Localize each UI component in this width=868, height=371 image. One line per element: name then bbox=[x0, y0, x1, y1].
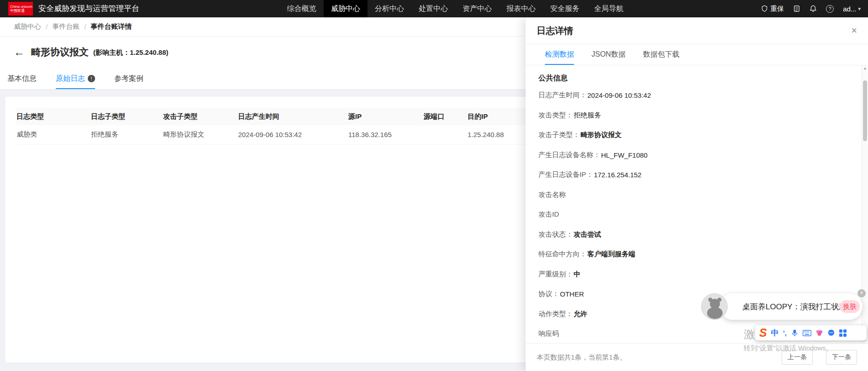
scrollbar-thumb[interactable] bbox=[863, 80, 867, 141]
bell-icon[interactable] bbox=[809, 5, 817, 12]
field-device-name: 产生日志设备名称：HL_FW_F1080 bbox=[538, 145, 862, 165]
back-arrow-icon[interactable]: ← bbox=[14, 47, 25, 58]
nav-item-threat-center[interactable]: 威胁中心 bbox=[324, 0, 367, 17]
breadcrumb-separator: / bbox=[84, 23, 86, 31]
app-title: 安全威胁发现与运营管理平台 bbox=[38, 0, 139, 17]
brand-cn: 中国联通 bbox=[10, 9, 33, 13]
drawer-title: 日志详情 bbox=[537, 25, 573, 37]
col-log-subtype: 日志子类型 bbox=[91, 108, 163, 125]
alert-badge: ! bbox=[88, 75, 95, 82]
nav-item-disposal-center[interactable]: 处置中心 bbox=[411, 0, 455, 17]
field-log-time: 日志产生时间：2024-09-06 10:53:42 bbox=[538, 85, 862, 106]
punctuation-icon[interactable]: ’, bbox=[783, 329, 787, 337]
cell-log-time: 2024-09-06 10:53:42 bbox=[238, 125, 348, 144]
chevron-down-icon: ▾ bbox=[858, 6, 861, 12]
breadcrumb-separator: / bbox=[46, 23, 48, 31]
field-attack-status: 攻击状态：攻击尝试 bbox=[538, 225, 862, 245]
drawer-tabs: 检测数据 JSON数据 数据包下载 bbox=[526, 44, 868, 65]
tab-basic-info[interactable]: 基本信息 bbox=[7, 69, 37, 89]
guard-label: 重保 bbox=[770, 5, 784, 13]
cell-attack-subtype: 畸形协议报文 bbox=[163, 125, 238, 144]
tab-reference-case[interactable]: 参考案例 bbox=[114, 69, 144, 89]
primary-nav: 综合概览 威胁中心 分析中心 处置中心 资产中心 报表中心 安全服务 全局导航 bbox=[280, 0, 631, 17]
section-title-public-info: 公共信息 bbox=[538, 74, 862, 85]
sogou-logo-icon[interactable]: S bbox=[759, 327, 767, 339]
cell-log-subtype: 拒绝服务 bbox=[91, 125, 163, 144]
nav-item-overview[interactable]: 综合概览 bbox=[280, 0, 324, 17]
chinese-mode-indicator[interactable]: 中 bbox=[771, 328, 779, 338]
breadcrumb-threat-center[interactable]: 威胁中心 bbox=[14, 22, 41, 31]
drawer-tab-packet-download[interactable]: 数据包下载 bbox=[643, 44, 680, 65]
user-menu[interactable]: ad... ▾ bbox=[843, 5, 861, 13]
field-hit-direction: 特征命中方向：客户端到服务端 bbox=[538, 244, 862, 265]
pagination-summary: 本页数据共1条，当前第1条。 bbox=[537, 353, 627, 362]
col-log-type: 日志类型 bbox=[16, 108, 91, 125]
skin-icon[interactable] bbox=[815, 329, 823, 337]
clipboard-icon[interactable] bbox=[793, 5, 800, 12]
loopy-chat-text: 桌面养LOOPY：演我打工状态 bbox=[742, 302, 847, 312]
drawer-tab-json-data[interactable]: JSON数据 bbox=[591, 44, 626, 65]
col-src-port: 源端口 bbox=[424, 108, 468, 125]
field-attack-id: 攻击ID bbox=[538, 205, 862, 225]
field-severity: 严重级别：中 bbox=[538, 265, 862, 285]
keyboard-icon[interactable] bbox=[803, 330, 811, 336]
nav-item-report-center[interactable]: 报表中心 bbox=[499, 0, 543, 17]
mic-icon[interactable] bbox=[791, 329, 799, 337]
drawer-tab-detection-data[interactable]: 检测数据 bbox=[545, 44, 574, 65]
breadcrumb-event-detail: 事件台账详情 bbox=[91, 22, 132, 31]
brand-logo: China unicom 中国联通 bbox=[8, 2, 33, 16]
loopy-avatar bbox=[701, 293, 728, 320]
cell-src-ip: 118.36.32.165 bbox=[348, 125, 424, 144]
breadcrumb-event-ledger[interactable]: 事件台账 bbox=[52, 22, 80, 31]
scroll-up-icon[interactable]: ▲ bbox=[862, 65, 868, 72]
help-icon[interactable]: ? bbox=[826, 5, 834, 13]
change-skin-button[interactable]: 换肤 bbox=[840, 300, 860, 313]
username: ad... bbox=[843, 5, 856, 13]
field-device-ip: 产生日志设备IP：172.16.254.152 bbox=[538, 165, 862, 185]
topnav-right-tools: 重保 ? ad... ▾ bbox=[761, 0, 861, 17]
guard-mode-button[interactable]: 重保 bbox=[761, 5, 784, 13]
tab-raw-log[interactable]: 原始日志! bbox=[56, 69, 95, 89]
china-unicom-logo-icon: China unicom 中国联通 bbox=[8, 2, 33, 16]
drawer-header: 日志详情 × bbox=[526, 17, 868, 44]
windows-activation-watermark-line2: 转到“设置”以激活 Windows。 bbox=[744, 344, 833, 353]
cell-src-port bbox=[424, 125, 468, 144]
close-icon[interactable]: × bbox=[851, 26, 857, 36]
nav-item-asset-center[interactable]: 资产中心 bbox=[455, 0, 499, 17]
field-attack-type: 攻击类型：拒绝服务 bbox=[538, 106, 862, 126]
field-attack-subtype: 攻击子类型：畸形协议报文 bbox=[538, 125, 862, 145]
drawer-scrollbar[interactable]: ▲ ▼ bbox=[862, 65, 868, 343]
col-src-ip: 源IP bbox=[348, 108, 424, 125]
col-log-time: 日志产生时间 bbox=[238, 108, 348, 125]
loopy-chat-bubble[interactable]: 桌面养LOOPY：演我打工状态 换肤 bbox=[719, 293, 863, 320]
ime-toolbar: S 中 ’, bbox=[755, 325, 867, 340]
top-navigation-bar: China unicom 中国联通 安全威胁发现与运营管理平台 综合概览 威胁中… bbox=[0, 0, 868, 17]
nav-item-security-service[interactable]: 安全服务 bbox=[543, 0, 587, 17]
affected-host-subtitle: (影响主机：1.25.240.88) bbox=[93, 47, 168, 57]
col-attack-subtype: 攻击子类型 bbox=[163, 108, 238, 125]
nav-item-global-nav[interactable]: 全局导航 bbox=[587, 0, 631, 17]
nav-item-analysis-center[interactable]: 分析中心 bbox=[367, 0, 411, 17]
message-icon[interactable] bbox=[827, 329, 835, 337]
cell-log-type: 威胁类 bbox=[16, 125, 91, 144]
toolbox-icon[interactable] bbox=[839, 329, 847, 337]
page-title: 畸形协议报文 bbox=[31, 46, 89, 58]
chat-close-icon[interactable]: × bbox=[857, 289, 866, 297]
brand-en: China unicom bbox=[10, 5, 33, 9]
field-attack-name: 攻击名称 bbox=[538, 185, 862, 205]
shield-icon bbox=[761, 5, 768, 12]
